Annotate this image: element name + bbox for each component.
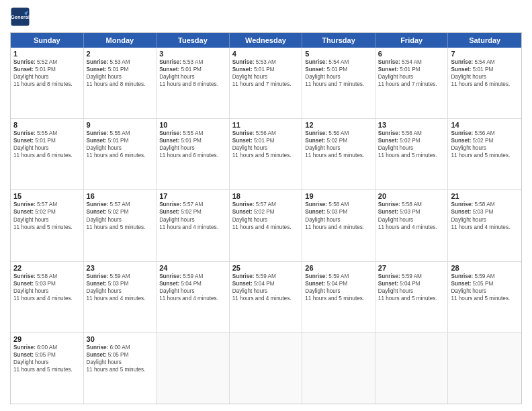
day-cell-14: 14Sunrise: 5:56 AMSunset: 5:02 PMDayligh… [448,119,521,189]
day-number: 7 [451,50,519,58]
day-number: 26 [305,264,372,272]
day-number: 6 [378,50,445,58]
day-info: Sunrise: 5:56 AMSunset: 5:02 PMDaylight … [451,130,519,159]
day-cell-4: 4Sunrise: 5:53 AMSunset: 5:01 PMDaylight… [230,48,303,118]
day-info: Sunrise: 5:59 AMSunset: 5:04 PMDaylight … [378,273,445,302]
week-row-5: 29Sunrise: 6:00 AMSunset: 5:05 PMDayligh… [11,333,521,404]
day-cell-2: 2Sunrise: 5:53 AMSunset: 5:01 PMDaylight… [84,48,157,118]
day-cell-12: 12Sunrise: 5:56 AMSunset: 5:02 PMDayligh… [302,119,375,189]
header-cell-thursday: Thursday [302,33,375,48]
day-cell-15: 15Sunrise: 5:57 AMSunset: 5:02 PMDayligh… [11,190,84,261]
day-cell-24: 24Sunrise: 5:59 AMSunset: 5:04 PMDayligh… [157,262,230,332]
week-row-4: 22Sunrise: 5:58 AMSunset: 5:03 PMDayligh… [11,262,521,333]
day-info: Sunrise: 5:57 AMSunset: 5:02 PMDaylight … [87,201,154,230]
day-cell-1: 1Sunrise: 5:52 AMSunset: 5:01 PMDaylight… [11,48,84,118]
day-info: Sunrise: 5:57 AMSunset: 5:02 PMDaylight … [159,201,226,230]
day-info: Sunrise: 5:59 AMSunset: 5:05 PMDaylight … [451,273,519,302]
day-cell-29: 29Sunrise: 6:00 AMSunset: 5:05 PMDayligh… [11,333,84,404]
day-cell-empty-3 [230,333,303,404]
day-number: 19 [305,192,372,200]
calendar-body: 1Sunrise: 5:52 AMSunset: 5:01 PMDaylight… [11,48,521,404]
day-info: Sunrise: 5:55 AMSunset: 5:01 PMDaylight … [13,130,81,159]
header-cell-saturday: Saturday [448,33,521,48]
day-cell-27: 27Sunrise: 5:59 AMSunset: 5:04 PMDayligh… [375,262,449,332]
day-info: Sunrise: 5:56 AMSunset: 5:02 PMDaylight … [305,130,372,159]
page: General SundayMondayTuesdayWednesdayThur… [0,0,532,411]
day-info: Sunrise: 5:57 AMSunset: 5:02 PMDaylight … [13,201,81,230]
day-number: 16 [87,192,154,200]
day-info: Sunrise: 5:55 AMSunset: 5:01 PMDaylight … [159,130,226,159]
day-number: 17 [159,192,226,200]
day-number: 8 [13,121,81,129]
logo-icon: General [10,7,30,27]
day-info: Sunrise: 5:55 AMSunset: 5:01 PMDaylight … [87,130,154,159]
day-number: 2 [87,50,154,58]
day-number: 14 [451,121,519,129]
day-info: Sunrise: 6:00 AMSunset: 5:05 PMDaylight … [87,344,154,373]
day-info: Sunrise: 5:53 AMSunset: 5:01 PMDaylight … [232,58,300,88]
day-number: 3 [159,50,226,58]
day-cell-3: 3Sunrise: 5:53 AMSunset: 5:01 PMDaylight… [157,48,230,118]
week-row-2: 8Sunrise: 5:55 AMSunset: 5:01 PMDaylight… [11,119,521,190]
day-number: 24 [159,264,226,272]
day-number: 15 [13,192,81,200]
day-number: 9 [87,121,154,129]
day-cell-17: 17Sunrise: 5:57 AMSunset: 5:02 PMDayligh… [157,190,230,261]
day-number: 23 [87,264,154,272]
day-number: 20 [378,192,445,200]
day-cell-21: 21Sunrise: 5:58 AMSunset: 5:03 PMDayligh… [448,190,521,261]
day-cell-19: 19Sunrise: 5:58 AMSunset: 5:03 PMDayligh… [302,190,375,261]
day-cell-18: 18Sunrise: 5:57 AMSunset: 5:02 PMDayligh… [230,190,303,261]
day-number: 11 [232,121,300,129]
logo: General [10,7,33,27]
day-number: 1 [13,50,81,58]
day-cell-8: 8Sunrise: 5:55 AMSunset: 5:01 PMDaylight… [11,119,84,189]
day-cell-empty-5 [375,333,449,404]
day-number: 4 [232,50,300,58]
header-cell-tuesday: Tuesday [157,33,230,48]
day-cell-26: 26Sunrise: 5:59 AMSunset: 5:04 PMDayligh… [302,262,375,332]
day-cell-9: 9Sunrise: 5:55 AMSunset: 5:01 PMDaylight… [84,119,157,189]
day-info: Sunrise: 5:59 AMSunset: 5:04 PMDaylight … [232,273,300,302]
day-cell-25: 25Sunrise: 5:59 AMSunset: 5:04 PMDayligh… [230,262,303,332]
day-cell-5: 5Sunrise: 5:54 AMSunset: 5:01 PMDaylight… [302,48,375,118]
day-cell-10: 10Sunrise: 5:55 AMSunset: 5:01 PMDayligh… [157,119,230,189]
day-cell-empty-2 [157,333,230,404]
header-cell-monday: Monday [84,33,157,48]
day-cell-23: 23Sunrise: 5:59 AMSunset: 5:03 PMDayligh… [84,262,157,332]
calendar-header: SundayMondayTuesdayWednesdayThursdayFrid… [11,33,521,48]
day-info: Sunrise: 5:54 AMSunset: 5:01 PMDaylight … [378,58,445,88]
day-cell-6: 6Sunrise: 5:54 AMSunset: 5:01 PMDaylight… [375,48,449,118]
week-row-1: 1Sunrise: 5:52 AMSunset: 5:01 PMDaylight… [11,48,521,119]
day-info: Sunrise: 5:59 AMSunset: 5:03 PMDaylight … [87,273,154,302]
header-cell-sunday: Sunday [11,33,84,48]
day-info: Sunrise: 5:56 AMSunset: 5:02 PMDaylight … [378,130,445,159]
day-cell-28: 28Sunrise: 5:59 AMSunset: 5:05 PMDayligh… [448,262,521,332]
header-cell-friday: Friday [375,33,449,48]
day-cell-empty-6 [448,333,521,404]
day-info: Sunrise: 5:58 AMSunset: 5:03 PMDaylight … [305,201,372,230]
day-info: Sunrise: 5:54 AMSunset: 5:01 PMDaylight … [305,58,372,88]
day-cell-16: 16Sunrise: 5:57 AMSunset: 5:02 PMDayligh… [84,190,157,261]
day-number: 25 [232,264,300,272]
day-number: 13 [378,121,445,129]
day-info: Sunrise: 6:00 AMSunset: 5:05 PMDaylight … [13,344,81,373]
day-number: 22 [13,264,81,272]
day-cell-13: 13Sunrise: 5:56 AMSunset: 5:02 PMDayligh… [375,119,449,189]
day-cell-7: 7Sunrise: 5:54 AMSunset: 5:01 PMDaylight… [448,48,521,118]
day-info: Sunrise: 5:58 AMSunset: 5:03 PMDaylight … [451,201,519,230]
day-info: Sunrise: 5:59 AMSunset: 5:04 PMDaylight … [159,273,226,302]
day-number: 27 [378,264,445,272]
day-number: 10 [159,121,226,129]
day-cell-11: 11Sunrise: 5:56 AMSunset: 5:01 PMDayligh… [230,119,303,189]
day-cell-30: 30Sunrise: 6:00 AMSunset: 5:05 PMDayligh… [84,333,157,404]
day-info: Sunrise: 5:54 AMSunset: 5:01 PMDaylight … [451,58,519,88]
day-info: Sunrise: 5:52 AMSunset: 5:01 PMDaylight … [13,58,81,88]
day-number: 12 [305,121,372,129]
day-cell-22: 22Sunrise: 5:58 AMSunset: 5:03 PMDayligh… [11,262,84,332]
day-number: 18 [232,192,300,200]
day-number: 5 [305,50,372,58]
calendar: SundayMondayTuesdayWednesdayThursdayFrid… [10,32,522,404]
header-cell-wednesday: Wednesday [230,33,303,48]
header: General [10,7,522,27]
